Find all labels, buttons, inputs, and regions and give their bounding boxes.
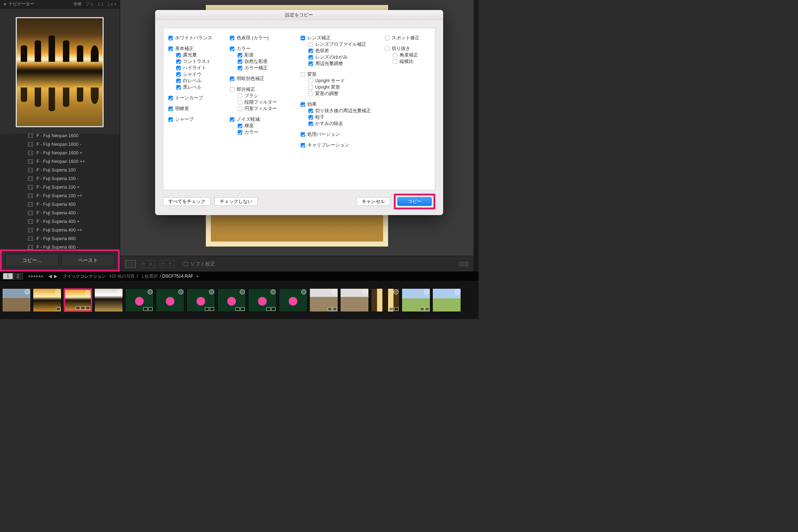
check-none-button[interactable]: チェックしない bbox=[214, 197, 258, 206]
checkbox-head[interactable]: 明瞭度 bbox=[168, 105, 227, 112]
compare-RA-icon[interactable]: R A bbox=[140, 260, 155, 268]
checkbox-icon[interactable] bbox=[301, 72, 305, 77]
preset-item[interactable]: F - Fuji Superia 100 + bbox=[0, 183, 120, 192]
checkbox-child[interactable]: カラー補正 bbox=[230, 65, 298, 71]
checkbox-icon[interactable] bbox=[238, 59, 242, 64]
flag-icon[interactable] bbox=[85, 290, 90, 295]
copy-settings-button[interactable]: コピー... bbox=[5, 254, 59, 267]
checkbox-child[interactable]: 白レベル bbox=[168, 78, 227, 84]
filmstrip-thumb[interactable] bbox=[340, 288, 369, 312]
filmstrip-thumb[interactable] bbox=[125, 288, 154, 312]
filmstrip-thumb[interactable] bbox=[279, 288, 307, 312]
preset-item[interactable]: F - Fuji Neopan 1600 bbox=[0, 131, 120, 140]
monitor-1-button[interactable]: 1 bbox=[3, 273, 13, 279]
checkbox-icon[interactable] bbox=[176, 72, 181, 77]
disclosure-triangle-icon[interactable]: ▼ bbox=[3, 2, 7, 7]
checkbox-child[interactable]: レンズプロファイル補正 bbox=[301, 41, 382, 48]
filmstrip-thumb[interactable] bbox=[156, 288, 184, 312]
checkbox-head[interactable]: ホワイトバランス bbox=[168, 35, 227, 41]
checkbox-child[interactable]: 切り抜き後の周辺光量補正 bbox=[301, 108, 382, 114]
checkbox-icon[interactable] bbox=[168, 106, 173, 111]
preset-item[interactable]: F - Fuji Neopan 1600 ++ bbox=[0, 157, 120, 166]
copy-button[interactable]: コピー bbox=[397, 197, 432, 206]
preset-item[interactable]: F - Fuji Superia 400 + bbox=[0, 217, 120, 226]
checkbox-child[interactable]: コントラスト bbox=[168, 58, 227, 65]
checkbox-icon[interactable] bbox=[308, 55, 313, 60]
checkbox-icon[interactable] bbox=[238, 100, 242, 105]
checkbox-icon[interactable] bbox=[238, 53, 242, 58]
flag-icon[interactable] bbox=[424, 289, 429, 294]
check-all-button[interactable]: すべてをチェック bbox=[163, 197, 211, 206]
compare-YY-icon[interactable]: Y Y bbox=[160, 260, 175, 268]
preset-item[interactable]: F - Fuji Superia 100 bbox=[0, 166, 120, 174]
checkbox-child[interactable]: 粒子 bbox=[301, 114, 382, 120]
checkbox-head[interactable]: シャープ bbox=[168, 116, 227, 123]
checkbox-icon[interactable] bbox=[308, 85, 313, 90]
checkbox-icon[interactable] bbox=[301, 36, 305, 40]
flag-icon[interactable] bbox=[332, 289, 337, 294]
preset-item[interactable]: F - Fuji Superia 400 bbox=[0, 200, 120, 209]
checkbox-icon[interactable] bbox=[168, 96, 173, 100]
preset-item[interactable]: F - Fuji Superia 800 bbox=[0, 234, 120, 243]
filmstrip[interactable] bbox=[0, 281, 479, 319]
preset-item[interactable]: F - Fuji Superia 400 - bbox=[0, 209, 120, 217]
checkbox-icon[interactable] bbox=[308, 115, 313, 120]
preset-item[interactable]: F - Fuji Neopan 1600 + bbox=[0, 149, 120, 157]
flag-icon[interactable] bbox=[55, 289, 60, 294]
checkbox-icon[interactable] bbox=[176, 85, 181, 90]
preset-item[interactable]: F - Fuji Superia 400 ++ bbox=[0, 226, 120, 234]
checkbox-child[interactable]: 黒レベル bbox=[168, 84, 227, 90]
preset-item[interactable]: F - Fuji Neopan 1600 - bbox=[0, 140, 120, 149]
toolbar-menu-icon[interactable] bbox=[459, 262, 469, 266]
next-icon[interactable]: ▶ bbox=[54, 274, 57, 279]
checkbox-icon[interactable] bbox=[176, 79, 181, 83]
checkbox-icon[interactable] bbox=[238, 66, 242, 70]
flag-icon[interactable] bbox=[117, 289, 122, 294]
checkbox-icon[interactable] bbox=[385, 46, 390, 51]
checkbox-icon[interactable] bbox=[176, 66, 181, 70]
checkbox-child[interactable]: 縦横比 bbox=[385, 58, 438, 65]
checkbox-child[interactable]: Upright モード bbox=[301, 78, 382, 84]
checkbox-icon[interactable] bbox=[238, 94, 242, 98]
checkbox-icon[interactable] bbox=[230, 117, 234, 122]
checkbox-icon[interactable] bbox=[393, 59, 397, 64]
checkbox-head[interactable]: カラー bbox=[230, 45, 298, 52]
checkbox-child[interactable]: カラー bbox=[230, 129, 298, 135]
checkbox-icon[interactable] bbox=[301, 143, 305, 148]
checkbox-child[interactable]: 彩度 bbox=[230, 52, 298, 58]
flag-icon[interactable] bbox=[178, 289, 183, 294]
checkbox-icon[interactable] bbox=[176, 59, 181, 64]
checkbox-child[interactable]: 変形の調整 bbox=[301, 90, 382, 97]
checkbox-head[interactable]: 効果 bbox=[301, 101, 382, 108]
flag-icon[interactable] bbox=[25, 289, 30, 294]
checkbox-icon[interactable] bbox=[238, 106, 242, 111]
checkbox-child[interactable]: 露光量 bbox=[168, 52, 227, 58]
filmstrip-thumb[interactable] bbox=[309, 288, 338, 312]
checkbox-child[interactable]: Upright 変形 bbox=[301, 84, 382, 90]
filmstrip-thumb[interactable] bbox=[2, 288, 31, 312]
checkbox-icon[interactable] bbox=[393, 53, 397, 58]
filmstrip-thumb[interactable] bbox=[187, 288, 215, 312]
checkbox-child[interactable]: 角度補正 bbox=[385, 52, 438, 58]
checkbox-head[interactable]: 部分補正 bbox=[230, 86, 298, 93]
checkbox-icon[interactable] bbox=[308, 42, 313, 47]
zoom-1to1[interactable]: 1:1 bbox=[98, 2, 104, 7]
checkbox-icon[interactable] bbox=[238, 130, 242, 135]
checkbox-head[interactable]: 処理バージョン bbox=[301, 131, 382, 138]
preset-item[interactable]: F - Fuji Superia 100 - bbox=[0, 174, 120, 183]
filmstrip-thumb[interactable] bbox=[248, 288, 277, 312]
prev-icon[interactable]: ◀ bbox=[49, 274, 52, 279]
checkbox-icon[interactable] bbox=[308, 79, 313, 83]
checkbox-head[interactable]: 変形 bbox=[301, 71, 382, 78]
checkbox-head[interactable]: レンズ補正 bbox=[301, 35, 382, 41]
checkbox-child[interactable]: 円形フィルター bbox=[230, 105, 298, 112]
checkbox-head[interactable]: 基本補正 bbox=[168, 45, 227, 52]
checkbox-icon[interactable] bbox=[308, 91, 313, 96]
flag-icon[interactable] bbox=[240, 289, 245, 294]
filmstrip-thumb[interactable] bbox=[432, 288, 461, 312]
preset-list[interactable]: F - Fuji Neopan 1600 F - Fuji Neopan 160… bbox=[0, 129, 120, 250]
checkbox-icon[interactable] bbox=[230, 36, 234, 40]
flag-icon[interactable] bbox=[455, 289, 460, 294]
right-panel-collapsed[interactable] bbox=[474, 0, 479, 272]
loupe-view-icon[interactable] bbox=[125, 260, 136, 268]
